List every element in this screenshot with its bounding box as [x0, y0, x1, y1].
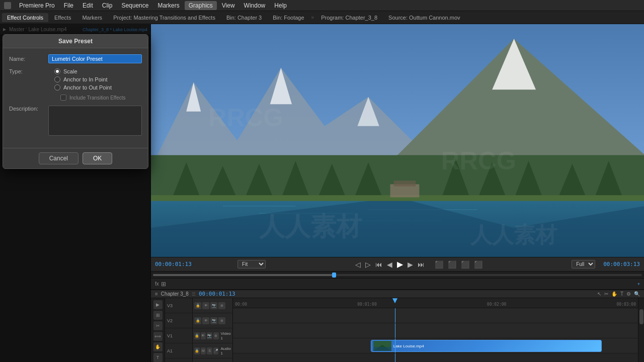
- lock-v3[interactable]: 🔒: [194, 302, 201, 309]
- cancel-button[interactable]: Cancel: [39, 152, 78, 164]
- track-controls: 🔒 👁 📷 ⊛ 🔒 👁 📷 ⊛ 🔒 �: [193, 298, 233, 362]
- mark-in-btn[interactable]: ◁: [354, 260, 362, 269]
- track-row-v3: [233, 308, 638, 323]
- timeline-tool-1[interactable]: ▶: [153, 300, 163, 309]
- step-back-btn[interactable]: ◀: [385, 260, 394, 269]
- menu-view[interactable]: View: [218, 1, 239, 10]
- main-layout: ▶ Master * Lake Louise.mp4 Chapter_3_8 *…: [0, 24, 644, 362]
- ok-button[interactable]: OK: [83, 152, 112, 164]
- tab-bin-chapter3[interactable]: Bin: Chapter 3: [221, 13, 267, 22]
- name-label: Name:: [9, 56, 44, 62]
- editor-icon[interactable]: ⊞: [161, 281, 166, 288]
- radio-scale-dot: [54, 68, 60, 74]
- tab-bin-footage[interactable]: Bin: Footage: [268, 13, 309, 22]
- name-row: Name:: [9, 54, 142, 63]
- menu-help[interactable]: Help: [270, 1, 291, 10]
- eye-v2[interactable]: 👁: [202, 317, 209, 324]
- track-labels: V3 V2 V1 A1 A2 A3: [165, 298, 193, 362]
- lock-a1[interactable]: 🔒: [194, 347, 200, 354]
- timeline-settings-icon[interactable]: ⚙: [626, 291, 631, 297]
- overwrite-btn[interactable]: ⬛: [446, 260, 458, 269]
- menu-file[interactable]: File: [60, 1, 77, 10]
- timeline-tool-hand[interactable]: ✋: [611, 291, 617, 297]
- dialog-title: Save Preset: [3, 35, 148, 48]
- svg-text:RRCG: RRCG: [441, 146, 516, 175]
- save-preset-dialog: Save Preset Name: Type:: [3, 34, 148, 169]
- ruler-mark-0: 00:00: [235, 302, 247, 307]
- ruler-marks: 00:00 00:01:00 00:02:00 00:03:00: [233, 302, 638, 307]
- radio-anchor-in[interactable]: Anchor to In Point: [54, 76, 126, 82]
- play-btn[interactable]: ▶: [395, 259, 405, 269]
- timeline-body: ▶ ⊞ ✂ ⟺ ✋ T V3 V2 V1: [151, 298, 644, 362]
- radio-scale-label: Scale: [63, 68, 77, 74]
- ruler-mark-2: 00:02:00: [487, 302, 507, 307]
- tab-source[interactable]: Source: Outtum Cannon.mov: [383, 13, 465, 22]
- name-input[interactable]: [48, 54, 142, 63]
- svg-text:人人素材: 人人素材: [470, 223, 557, 247]
- timeline-tool-2[interactable]: ⊞: [153, 311, 163, 320]
- track-label-a1: A1: [165, 343, 192, 358]
- cam-v1[interactable]: 📷: [207, 332, 212, 339]
- track-ctrl-v2: 🔒 👁 📷 ⊛: [193, 313, 232, 328]
- link-v1[interactable]: ⊛: [213, 332, 219, 339]
- lift-btn[interactable]: ⬛: [459, 260, 471, 269]
- timeline-tool-5[interactable]: ✋: [153, 342, 163, 351]
- menu-premiere-pro[interactable]: Premiere Pro: [15, 1, 59, 10]
- menu-graphics[interactable]: Graphics: [185, 1, 217, 10]
- program-timecode-out: 00:00:03:13: [603, 261, 640, 267]
- quality-select[interactable]: Full 1/2 1/4: [572, 260, 595, 268]
- eye-v1[interactable]: 👁: [201, 332, 206, 339]
- insert-btn[interactable]: ⬛: [433, 260, 445, 269]
- go-next-btn[interactable]: ⏭: [416, 260, 426, 269]
- timeline-tool-4[interactable]: ⟺: [153, 332, 163, 341]
- audio1-label: Audio 1: [220, 346, 231, 355]
- track-label-v3: V3: [165, 298, 192, 313]
- track-row-a1: [233, 353, 638, 362]
- track-label-a2: A2: [165, 358, 192, 362]
- svg-rect-27: [394, 180, 416, 187]
- tab-program[interactable]: Program: Chapter_3_8: [316, 13, 382, 22]
- link-v3[interactable]: ⊛: [218, 302, 225, 309]
- mark-out-btn[interactable]: ▷: [364, 260, 372, 269]
- scroll-thumb[interactable]: [639, 309, 643, 324]
- go-prev-btn[interactable]: ⏮: [374, 260, 384, 269]
- menu-window[interactable]: Window: [240, 1, 270, 10]
- lock-v2[interactable]: 🔒: [194, 317, 201, 324]
- timeline-tool-razor[interactable]: ✂: [604, 291, 608, 297]
- monitor-scrubber[interactable]: [151, 271, 644, 278]
- cam-v2[interactable]: 📷: [210, 317, 217, 324]
- timeline-tool-3[interactable]: ✂: [153, 321, 163, 330]
- tab-project[interactable]: Project: Mastering Transitions and Effec…: [108, 13, 220, 22]
- mic-a1[interactable]: 🎤: [213, 347, 219, 354]
- eye-v3[interactable]: 👁: [202, 302, 209, 309]
- menu-clip[interactable]: Clip: [98, 1, 117, 10]
- tab-effects[interactable]: Effects: [49, 13, 76, 22]
- link-v2[interactable]: ⊛: [218, 317, 225, 324]
- timeline-tool-select[interactable]: ↖: [597, 291, 601, 297]
- fit-select[interactable]: Fit 25% 50% 75% 100%: [237, 260, 266, 268]
- cam-v3[interactable]: 📷: [210, 302, 217, 309]
- menu-markers[interactable]: Markers: [153, 1, 183, 10]
- tab-markers[interactable]: Markers: [77, 13, 107, 22]
- checkbox-include-transition[interactable]: Include Transition Effects: [54, 95, 126, 101]
- monitor-video: RRCG RRCG 人人素材 人人素材: [151, 24, 644, 257]
- description-textarea[interactable]: [48, 106, 142, 136]
- lock-v1[interactable]: 🔒: [194, 332, 200, 339]
- timeline-tool-6[interactable]: T: [153, 353, 163, 362]
- solo-a1[interactable]: S: [207, 347, 212, 354]
- extract-btn[interactable]: ⬛: [472, 260, 484, 269]
- step-fwd-btn[interactable]: ▶: [406, 260, 415, 269]
- timeline-search-icon[interactable]: 🔍: [634, 291, 640, 297]
- radio-scale[interactable]: Scale: [54, 68, 126, 74]
- add-track-btn[interactable]: +: [637, 282, 640, 287]
- mute-a1[interactable]: M: [201, 347, 206, 354]
- tab-overflow[interactable]: »: [310, 15, 315, 20]
- radio-anchor-out[interactable]: Anchor to Out Point: [54, 84, 126, 90]
- video-clip-lake-louise[interactable]: Lake Louise.mp4: [371, 340, 602, 352]
- timeline-tool-text[interactable]: T: [620, 291, 623, 297]
- include-transition-checkbox: [60, 95, 66, 101]
- menu-sequence[interactable]: Sequence: [117, 1, 152, 10]
- menu-edit[interactable]: Edit: [78, 1, 97, 10]
- timeline-scrollbar[interactable]: [638, 298, 644, 362]
- tab-effect-controls[interactable]: Effect Controls: [2, 13, 48, 22]
